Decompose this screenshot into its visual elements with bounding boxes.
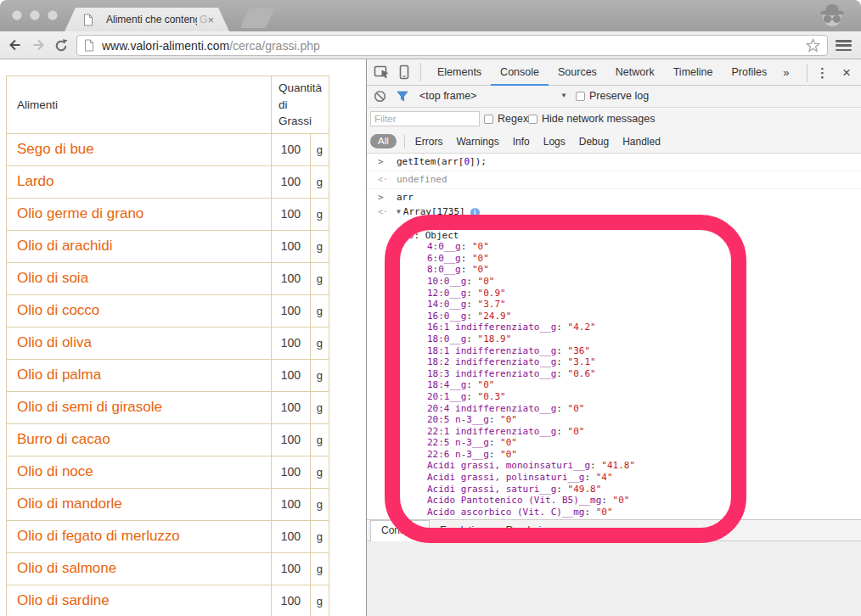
object-row[interactable]: ▼0: Object xyxy=(397,230,861,242)
devtools-menu-icon[interactable]: ⋮ xyxy=(816,65,829,81)
console-property-row[interactable]: 20:5 n-3__g: "0" xyxy=(397,414,861,426)
level-handled[interactable]: Handled xyxy=(622,136,661,148)
property-value: "0" xyxy=(500,414,517,425)
food-link[interactable]: Olio di noce xyxy=(7,456,272,488)
food-link[interactable]: Olio di soia xyxy=(7,262,272,294)
level-all[interactable]: All xyxy=(370,134,397,148)
console-property-row[interactable]: 10:0__g: "0" xyxy=(397,276,861,288)
food-link[interactable]: Olio germe di grano xyxy=(7,198,272,230)
console-property-row[interactable]: 6:0__g: "0" xyxy=(397,253,861,265)
console-property-row[interactable]: Acidi grassi, monoinsaturi__g: "41.8" xyxy=(397,460,861,472)
food-unit: g xyxy=(310,230,329,262)
food-quantity: 100 xyxy=(272,262,311,294)
console-property-row[interactable]: 22:1 indifferenziato__g: "0" xyxy=(397,426,861,438)
food-link[interactable]: Olio di semi di girasole xyxy=(7,391,272,423)
food-link[interactable]: Olio di salmone xyxy=(7,552,272,585)
property-value: "18.9" xyxy=(478,333,512,344)
food-link[interactable]: Olio di mandorle xyxy=(7,488,272,520)
inspect-element-icon[interactable] xyxy=(374,64,391,80)
device-toolbar-icon[interactable] xyxy=(398,64,410,80)
devtools-close-icon[interactable]: × xyxy=(842,65,851,80)
console-property-row[interactable]: 18:4__g: "0" xyxy=(397,379,861,391)
console-result: <·undefined xyxy=(367,171,861,189)
console-property-row[interactable]: 18:1 indifferenziato__g: "36" xyxy=(397,345,861,357)
food-link[interactable]: Sego di bue xyxy=(7,133,272,165)
filter-input[interactable] xyxy=(370,111,480,126)
console-property-row[interactable]: 22:6 n-3__g: "0" xyxy=(397,449,861,461)
preserve-log-toggle[interactable]: Preserve log xyxy=(576,90,649,102)
console-property-row[interactable]: 12:0__g: "0.9" xyxy=(397,288,861,300)
tab-console[interactable]: Console xyxy=(491,59,549,86)
property-name: 4:0__g xyxy=(427,241,461,252)
preserve-log-checkbox[interactable] xyxy=(576,92,585,101)
tab-close-icon[interactable]: × xyxy=(207,14,214,25)
console-output[interactable]: >getItem(arr[0]); <·undefined >arr <·▼Ar… xyxy=(367,154,861,519)
back-button[interactable] xyxy=(8,38,22,55)
console-property-row[interactable]: Acido ascorbico (Vit. C)__mg: "0" xyxy=(397,507,861,518)
reload-button[interactable] xyxy=(54,39,68,56)
console-property-row[interactable]: 4:0__g: "0" xyxy=(397,241,861,253)
address-bar[interactable]: www.valori-alimenti.com/cerca/grassi.php xyxy=(76,35,828,56)
more-tabs-chevron-icon[interactable]: » xyxy=(776,66,796,79)
food-link[interactable]: Olio di arachidi xyxy=(7,230,272,262)
drawer-tab-rendering[interactable]: Rendering xyxy=(495,521,562,540)
new-tab-button[interactable] xyxy=(240,8,274,28)
console-property-row[interactable]: 20:4 indifferenziato__g: "0" xyxy=(397,403,861,415)
disclosure-triangle-icon[interactable]: ▼ xyxy=(397,208,401,216)
level-debug[interactable]: Debug xyxy=(579,136,609,148)
food-link[interactable]: Olio di palma xyxy=(7,359,272,391)
chrome-menu-icon[interactable] xyxy=(836,40,852,53)
console-property-row[interactable]: 18:2 indifferenziato__g: "3.1" xyxy=(397,356,861,368)
regex-toggle[interactable]: Regex xyxy=(484,113,528,125)
console-array-result[interactable]: <·▼Array[1735]i xyxy=(367,204,861,218)
zoom-window-button[interactable] xyxy=(48,10,58,20)
drawer-tab-console[interactable]: Console xyxy=(370,520,430,541)
tab-network[interactable]: Network xyxy=(606,59,664,86)
level-info[interactable]: Info xyxy=(513,136,530,148)
forward-button[interactable] xyxy=(31,38,46,55)
console-property-row[interactable]: 18:3 indifferenziato__g: "0.6" xyxy=(397,368,861,380)
food-link[interactable]: Olio di oliva xyxy=(7,327,272,359)
level-errors[interactable]: Errors xyxy=(415,136,443,148)
food-link[interactable]: Olio di cocco xyxy=(7,294,272,327)
console-property-row[interactable]: 8:0__g: "0" xyxy=(397,264,861,276)
tab-profiles[interactable]: Profiles xyxy=(722,59,776,86)
food-link[interactable]: Lardo xyxy=(7,165,272,198)
food-link[interactable]: Olio di sardine xyxy=(7,585,272,616)
food-link[interactable]: Olio di fegato di merluzzo xyxy=(7,520,272,552)
console-property-row[interactable]: 20:1__g: "0.3" xyxy=(397,391,861,403)
console-property-row[interactable]: 22:5 n-3__g: "0" xyxy=(397,437,861,449)
food-unit: g xyxy=(310,552,329,585)
tab-timeline[interactable]: Timeline xyxy=(664,59,723,86)
close-window-button[interactable] xyxy=(12,10,22,20)
regex-checkbox[interactable] xyxy=(484,115,493,124)
browser-tab[interactable]: Alimenti che contengono G × xyxy=(65,8,229,31)
bookmark-star-icon[interactable] xyxy=(806,38,820,53)
level-warnings[interactable]: Warnings xyxy=(456,136,498,148)
console-property-row[interactable]: Acido Pantotenico (Vit. B5)__mg: "0" xyxy=(397,495,861,507)
prompt-in-icon: > xyxy=(378,156,384,168)
food-link[interactable]: Burro di cacao xyxy=(7,423,272,456)
disclosure-triangle-icon[interactable]: ▼ xyxy=(408,220,412,227)
tab-sources[interactable]: Sources xyxy=(549,59,606,86)
minimize-window-button[interactable] xyxy=(30,10,40,20)
array-range-row[interactable]: ▼[0 … 99] xyxy=(397,218,861,230)
hide-network-toggle[interactable]: Hide network messages xyxy=(528,113,655,125)
disclosure-triangle-icon[interactable]: ▼ xyxy=(402,232,406,239)
tab-elements[interactable]: Elements xyxy=(428,59,491,86)
filter-funnel-icon[interactable] xyxy=(397,91,408,104)
level-logs[interactable]: Logs xyxy=(543,136,566,148)
clear-console-icon[interactable] xyxy=(374,90,386,105)
console-property-row[interactable]: 16:0__g: "24.9" xyxy=(397,311,861,322)
hide-network-checkbox[interactable] xyxy=(528,115,537,124)
console-property-row[interactable]: Acidi grassi, saturi__g: "49.8" xyxy=(397,484,861,496)
console-property-row[interactable]: Acidi grassi, polinsaturi__g: "4" xyxy=(397,472,861,484)
console-property-row[interactable]: 14:0__g: "3.7" xyxy=(397,299,861,311)
console-property-row[interactable]: 18:0__g: "18.9" xyxy=(397,333,861,345)
console-property-row[interactable]: 16:1 indifferenziato__g: "4.2" xyxy=(397,322,861,333)
drawer-tab-emulation[interactable]: Emulation xyxy=(430,521,495,540)
frame-selector[interactable]: <top frame> xyxy=(419,90,476,102)
frame-selector-caret-icon[interactable]: ▼ xyxy=(560,92,567,99)
food-unit: g xyxy=(310,456,329,488)
drawer-body xyxy=(367,541,861,616)
